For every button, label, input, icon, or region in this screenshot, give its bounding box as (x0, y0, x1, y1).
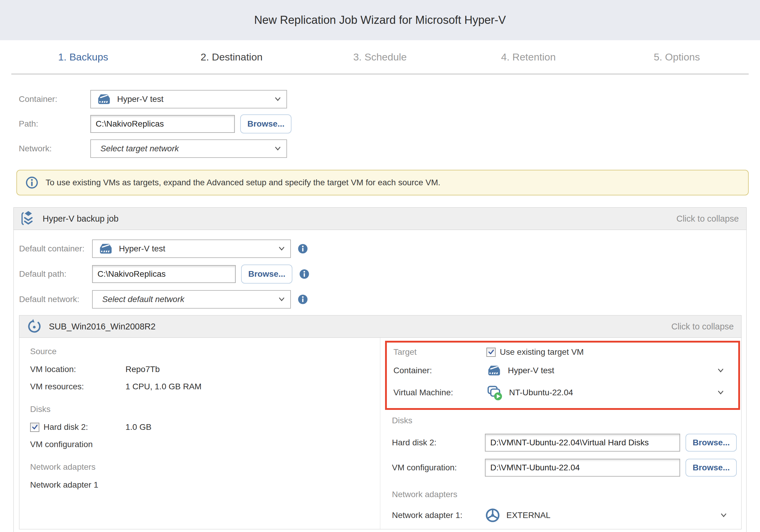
vm-panel: SUB_Win2016_Win2008R2 Click to collapse … (19, 315, 741, 529)
page-title: New Replication Job Wizard for Microsoft… (254, 14, 506, 26)
collapse-hint: Click to collapse (671, 322, 734, 332)
chevron-down-icon (717, 368, 724, 373)
virtual-machine-icon (486, 384, 503, 401)
target-vm-config-path-input[interactable] (485, 459, 680, 477)
collapse-hint: Click to collapse (676, 214, 739, 224)
target-net-adapter-label: Network adapter 1: (392, 510, 485, 520)
target-container-dropdown[interactable]: Container: Hyper-V test (394, 364, 738, 377)
step-backups[interactable]: 1. Backups (9, 51, 157, 63)
target-vm-dropdown[interactable]: Virtual Machine: NT-Ubuntu-22.04 (394, 384, 738, 401)
vm-panel-header[interactable]: SUB_Win2016_Win2008R2 Click to collapse (20, 315, 741, 338)
source-hard-disk-value: 1.0 GB (125, 422, 151, 432)
use-existing-checkbox[interactable] (486, 348, 496, 357)
target-hard-disk-path-input[interactable] (485, 434, 680, 452)
target-net-adapter-dropdown[interactable]: Network adapter 1: EXTERNAL (392, 508, 741, 523)
backup-job-header[interactable]: Hyper-V backup job Click to collapse (14, 208, 746, 230)
target-net-adapters-label: Network adapters (392, 490, 741, 499)
source-vm-config-label: VM configuration (30, 440, 125, 449)
default-path-input[interactable] (92, 265, 236, 283)
target-vm-config-label: VM configuration: (392, 463, 485, 472)
replication-icon (27, 318, 42, 335)
backup-job-title: Hyper-V backup job (43, 214, 119, 224)
vm-location-value: Repo7Tb (125, 365, 160, 374)
step-options[interactable]: 5. Options (603, 51, 751, 63)
network-label: Network: (19, 144, 90, 154)
default-network-dropdown[interactable]: Select default network (92, 290, 291, 309)
step-schedule[interactable]: 3. Schedule (306, 51, 454, 63)
chevron-down-icon (720, 513, 727, 518)
network-hub-icon (485, 508, 500, 523)
info-icon (299, 269, 310, 280)
default-network-label: Default network: (19, 294, 92, 304)
vm-panel-body: Source VM location: Repo7Tb VM resources… (20, 338, 741, 529)
default-path-label: Default path: (19, 269, 92, 279)
target-vm-value: NT-Ubuntu-22.04 (509, 388, 573, 397)
source-section-label: Source (30, 347, 380, 356)
step-retention[interactable]: 4. Retention (454, 51, 603, 63)
vm-resources-value: 1 CPU, 1.0 GB RAM (125, 382, 202, 391)
target-column: Target Use existing target VM Container: (380, 338, 741, 529)
container-value: Hyper-V test (117, 94, 164, 104)
drive-icon (98, 242, 114, 255)
path-input[interactable] (90, 115, 235, 133)
vm-panel-title: SUB_Win2016_Win2008R2 (49, 322, 156, 332)
backup-job-panel: Hyper-V backup job Click to collapse Def… (14, 207, 746, 532)
chevron-down-icon (717, 390, 724, 395)
default-container-label: Default container: (19, 244, 92, 253)
wizard-window: New Replication Job Wizard for Microsoft… (0, 0, 760, 532)
chevron-down-icon (274, 146, 281, 151)
target-container-label: Container: (394, 366, 486, 375)
highlight-box: Target Use existing target VM Container: (385, 341, 740, 410)
container-label: Container: (19, 94, 90, 104)
info-banner: To use existing VMs as targets, expand t… (17, 170, 749, 196)
chevron-down-icon (278, 297, 285, 302)
destination-form: Container: Hyper-V test Path: Browse... … (0, 74, 760, 158)
source-disks-label: Disks (30, 405, 380, 414)
path-label: Path: (19, 119, 90, 129)
hard-disk-checkbox[interactable] (30, 423, 39, 432)
chevron-down-icon (278, 246, 285, 251)
network-dropdown[interactable]: Select target network (90, 139, 287, 158)
source-net-adapter-label: Network adapter 1 (30, 480, 125, 490)
source-net-adapters-label: Network adapters (30, 462, 380, 472)
target-vm-config-browse-button[interactable]: Browse... (686, 459, 737, 477)
target-section-label: Target (394, 347, 486, 357)
drive-icon (486, 364, 502, 377)
use-existing-label: Use existing target VM (500, 347, 584, 357)
chevron-down-icon (274, 97, 281, 102)
backup-job-stack-icon (21, 210, 35, 227)
target-disks-label: Disks (392, 416, 741, 425)
default-container-dropdown[interactable]: Hyper-V test (92, 240, 291, 258)
source-hard-disk-label: Hard disk 2: (43, 422, 88, 432)
default-network-placeholder: Select default network (102, 294, 184, 304)
info-icon (25, 176, 38, 189)
target-hard-disk-label: Hard disk 2: (392, 438, 485, 447)
container-dropdown[interactable]: Hyper-V test (90, 90, 287, 109)
default-container-value: Hyper-V test (119, 244, 166, 253)
drive-icon (96, 93, 112, 106)
info-icon (298, 294, 308, 305)
network-placeholder: Select target network (100, 144, 179, 154)
target-container-value: Hyper-V test (508, 366, 554, 375)
vm-location-label: VM location: (30, 365, 125, 374)
default-path-browse-button[interactable]: Browse... (241, 264, 292, 284)
info-banner-text: To use existing VMs as targets, expand t… (46, 178, 441, 187)
use-existing-target-vm-option[interactable]: Use existing target VM (486, 347, 584, 357)
wizard-steps: 1. Backups 2. Destination 3. Schedule 4.… (0, 40, 760, 73)
target-net-adapter-value: EXTERNAL (506, 510, 550, 520)
source-column: Source VM location: Repo7Tb VM resources… (20, 338, 380, 529)
target-vm-label: Virtual Machine: (394, 388, 486, 397)
path-browse-button[interactable]: Browse... (240, 114, 292, 133)
vm-resources-label: VM resources: (30, 382, 125, 391)
step-destination[interactable]: 2. Destination (157, 51, 306, 63)
target-hard-disk-browse-button[interactable]: Browse... (686, 434, 737, 452)
wizard-title-bar: New Replication Job Wizard for Microsoft… (0, 0, 760, 40)
info-icon (298, 244, 308, 254)
backup-job-body: Default container: Hyper-V test Default … (14, 230, 746, 532)
